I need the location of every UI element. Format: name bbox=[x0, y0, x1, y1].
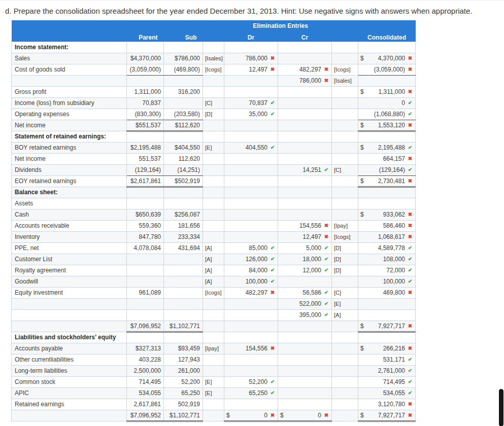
amount: 531,171 bbox=[361, 356, 405, 363]
correct-icon: ✔ bbox=[407, 279, 413, 284]
dr-value[interactable]: 154,556✖ bbox=[224, 343, 278, 354]
entry-tag-left bbox=[203, 309, 224, 321]
consolidated-value[interactable]: 100,000✔ bbox=[358, 276, 416, 287]
consolidated-value[interactable]: $4,370,000✖ bbox=[358, 53, 416, 64]
consolidated-value[interactable]: $7,927,717✖ bbox=[358, 410, 416, 421]
consolidated-value[interactable]: $266,216✖ bbox=[358, 343, 416, 354]
consolidated-value[interactable]: (129,164)✔ bbox=[358, 164, 416, 175]
cr-value[interactable]: 522,000✔ bbox=[278, 298, 332, 309]
parent-value: $7,096,952 bbox=[127, 410, 164, 421]
row-label: Gross profit bbox=[12, 86, 127, 97]
correct-icon: ✔ bbox=[270, 112, 276, 117]
amount: 2,730,481 bbox=[365, 178, 405, 185]
table-row: Net income551,537112,620664,157✖ bbox=[12, 153, 416, 164]
dr-value[interactable]: 786,000✖ bbox=[224, 53, 278, 64]
consolidated-value[interactable]: (3,059,000)✖ bbox=[358, 64, 416, 75]
cr-value[interactable]: 395,000✔ bbox=[278, 309, 332, 321]
consolidated-value[interactable]: $1,311,000✖ bbox=[358, 86, 416, 97]
consolidated-value[interactable]: 1,068,617✖ bbox=[358, 231, 416, 242]
consolidated-value[interactable]: 714,495✔ bbox=[358, 376, 416, 387]
amount: 126,000 bbox=[227, 256, 267, 263]
amount: 482,297 bbox=[281, 66, 321, 73]
cr-value[interactable]: 14,251✔ bbox=[278, 164, 332, 175]
amount: 12,497 bbox=[281, 233, 321, 240]
consolidated-value[interactable]: 531,171✔ bbox=[358, 354, 416, 365]
consolidated-value bbox=[358, 42, 416, 53]
sub-value: 261,000 bbox=[164, 365, 203, 376]
sub-value: (203,580) bbox=[164, 109, 203, 120]
consolidated-value[interactable]: $2,730,481✖ bbox=[358, 175, 416, 187]
table-row: Common stock714,49552,200[E]52,200✔714,4… bbox=[12, 376, 416, 387]
dr-value[interactable]: 482,297✖ bbox=[224, 287, 278, 298]
header-blank bbox=[358, 20, 416, 31]
consolidated-value[interactable]: 586,460✖ bbox=[358, 220, 416, 231]
consolidated-value[interactable]: $933,062✖ bbox=[358, 209, 416, 220]
cr-value[interactable]: 18,000✔ bbox=[278, 254, 332, 265]
consolidated-value[interactable]: 0✔ bbox=[358, 97, 416, 109]
amount: 469,800 bbox=[361, 289, 405, 296]
parent-value: 1,311,000 bbox=[127, 86, 164, 97]
amount: 35,000 bbox=[227, 111, 267, 118]
dr-value[interactable]: 85,000✔ bbox=[224, 242, 278, 254]
dr-value[interactable]: 84,000✔ bbox=[224, 265, 278, 276]
dr-value[interactable]: 35,000✔ bbox=[224, 109, 278, 120]
consolidated-value[interactable]: 2,761,000✔ bbox=[358, 365, 416, 376]
consolidated-value[interactable]: $7,927,717✖ bbox=[358, 321, 416, 332]
table-row: Operating expenses(830,300)(203,580)[D]3… bbox=[12, 109, 416, 120]
dr-value[interactable]: 404,550✔ bbox=[224, 142, 278, 153]
entry-tag-left bbox=[203, 175, 224, 187]
entry-tag-right: [Isales] bbox=[332, 75, 358, 86]
dr-value[interactable]: $0✖ bbox=[224, 410, 278, 421]
parent-value bbox=[127, 265, 164, 276]
consolidated-value[interactable]: 3,120,780✖ bbox=[358, 399, 416, 410]
consolidated-value[interactable]: 534,055✔ bbox=[358, 387, 416, 399]
consolidated-value[interactable]: 664,157✖ bbox=[358, 153, 416, 164]
consolidated-value[interactable]: 108,000✔ bbox=[358, 254, 416, 265]
row-label: PPE, net bbox=[12, 242, 127, 254]
cr-value[interactable]: 12,497✖ bbox=[278, 231, 332, 242]
sub-value: 316,200 bbox=[164, 86, 203, 97]
cr-value bbox=[278, 53, 332, 64]
cr-value bbox=[278, 198, 332, 209]
amount: 404,550 bbox=[227, 144, 267, 151]
dr-value bbox=[224, 131, 278, 142]
consolidated-value[interactable]: $1,553,120✖ bbox=[358, 120, 416, 131]
dr-value bbox=[224, 164, 278, 175]
parent-column-header: Parent bbox=[127, 31, 164, 42]
table-row: Income (loss) from subsidiary70,837[C]70… bbox=[12, 97, 416, 109]
cr-value[interactable]: $0✖ bbox=[278, 410, 332, 421]
parent-value: 403,228 bbox=[127, 354, 164, 365]
consolidated-value[interactable]: 4,589,778✔ bbox=[358, 242, 416, 254]
cr-value[interactable]: 154,556✖ bbox=[278, 220, 332, 231]
dr-value[interactable]: 100,000✔ bbox=[224, 276, 278, 287]
dr-value[interactable]: 52,200✔ bbox=[224, 376, 278, 387]
entry-tag-left: [A] bbox=[203, 276, 224, 287]
cr-value bbox=[278, 120, 332, 131]
consolidated-value[interactable]: (1,068,880)✔ bbox=[358, 109, 416, 120]
consolidated-value[interactable]: 72,000✔ bbox=[358, 265, 416, 276]
cr-value[interactable]: 5,000✔ bbox=[278, 242, 332, 254]
entry-tag-right bbox=[332, 42, 358, 53]
cr-value[interactable]: 12,000✔ bbox=[278, 265, 332, 276]
dr-value[interactable]: 65,250✔ bbox=[224, 387, 278, 399]
correct-icon: ✔ bbox=[270, 145, 276, 150]
cr-value[interactable]: 482,297✖ bbox=[278, 64, 332, 75]
sub-value: $93,459 bbox=[164, 343, 203, 354]
scrollbar-thumb[interactable] bbox=[499, 389, 503, 426]
row-label: Dividends bbox=[12, 164, 127, 175]
dr-value[interactable]: 70,837✔ bbox=[224, 97, 278, 109]
dollar-sign: $ bbox=[360, 55, 364, 62]
correct-icon: ✔ bbox=[270, 279, 276, 284]
cr-value[interactable]: 56,586✔ bbox=[278, 287, 332, 298]
sub-value bbox=[164, 187, 203, 198]
table-row: Equity investment961,089[Icogs]482,297✖5… bbox=[12, 287, 416, 298]
dr-value[interactable]: 12,497✖ bbox=[224, 64, 278, 75]
sub-value: $1,102,771 bbox=[164, 321, 203, 332]
amount: 154,556 bbox=[227, 345, 267, 352]
consolidated-value[interactable]: 469,800✖ bbox=[358, 287, 416, 298]
cr-value bbox=[278, 109, 332, 120]
dr-value[interactable]: 126,000✔ bbox=[224, 254, 278, 265]
incorrect-icon: ✖ bbox=[407, 346, 413, 351]
cr-value[interactable]: 786,000✖ bbox=[278, 75, 332, 86]
consolidated-value[interactable]: $2,195,488✔ bbox=[358, 142, 416, 153]
